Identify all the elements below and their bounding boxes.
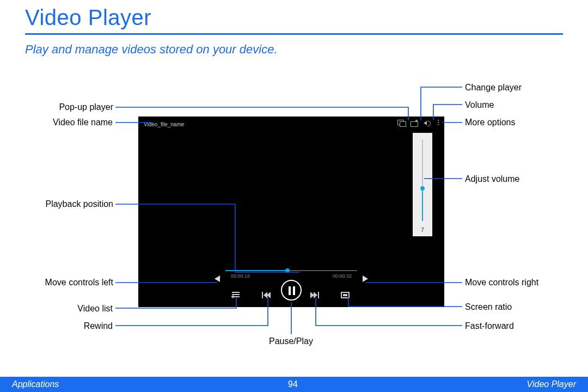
time-total: 00:00:32: [333, 273, 352, 279]
label-move-controls-left: Move controls left: [37, 278, 113, 287]
volume-icon[interactable]: [424, 120, 431, 126]
page-footer: Applications 94 Video Player: [0, 377, 588, 392]
volume-thumb[interactable]: [420, 186, 425, 191]
move-controls-right-icon[interactable]: [363, 275, 368, 282]
move-controls-left-icon[interactable]: [215, 275, 220, 282]
footer-right: Video Player: [527, 379, 576, 389]
popup-player-icon[interactable]: [397, 120, 405, 126]
change-player-icon[interactable]: [411, 120, 418, 126]
label-move-controls-right: Move controls right: [465, 278, 538, 287]
seek-fill: [225, 270, 287, 271]
more-options-icon[interactable]: [437, 120, 440, 126]
label-video-file-name: Video file name: [47, 118, 113, 127]
diagram-area: Video_file_name 7 00:00:18 00:00:32: [0, 0, 588, 370]
fast-forward-icon[interactable]: [310, 292, 319, 298]
label-playback-position: Playback position: [37, 199, 113, 209]
rewind-icon[interactable]: [264, 292, 272, 298]
seek-thumb[interactable]: [285, 268, 290, 273]
label-volume: Volume: [465, 100, 494, 110]
video-player-mock: Video_file_name 7 00:00:18 00:00:32: [138, 117, 444, 307]
footer-page: 94: [288, 379, 298, 389]
label-pause-play: Pause/Play: [269, 336, 313, 346]
footer-left: Applications: [12, 379, 59, 389]
volume-value: 7: [413, 226, 432, 233]
label-change-player: Change player: [465, 83, 522, 93]
label-rewind: Rewind: [82, 321, 113, 331]
screen-ratio-icon[interactable]: [341, 292, 350, 298]
player-topbar: Video_file_name: [138, 117, 444, 132]
pause-play-button[interactable]: [281, 280, 302, 301]
volume-panel: 7: [413, 133, 432, 236]
label-adjust-volume: Adjust volume: [465, 174, 520, 184]
volume-fill: [422, 188, 423, 221]
seek-bar[interactable]: [225, 270, 357, 271]
video-list-icon[interactable]: [232, 291, 241, 298]
video-filename-text: Video_file_name: [144, 121, 184, 127]
label-fast-forward: Fast-forward: [465, 321, 514, 331]
topbar-right-icons: [397, 120, 440, 126]
label-video-list: Video list: [74, 304, 113, 314]
label-screen-ratio: Screen ratio: [465, 302, 512, 312]
time-elapsed: 00:00:18: [231, 273, 250, 279]
label-popup-player: Pop-up player: [53, 102, 113, 112]
label-more-options: More options: [465, 118, 516, 127]
